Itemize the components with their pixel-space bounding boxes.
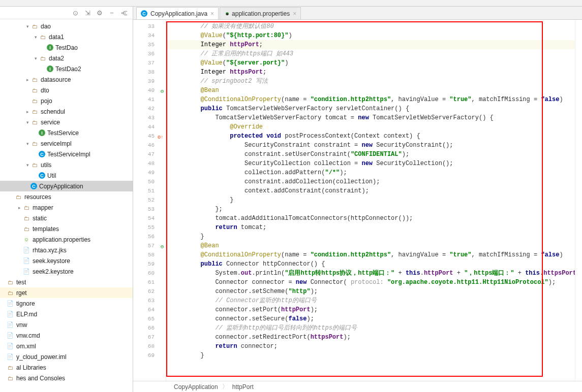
code-line[interactable]: TomcatServletWebServerFactory tomcat = n… xyxy=(166,113,575,122)
editor-tab[interactable]: CCopyApplication.java× xyxy=(136,7,219,19)
line-number[interactable]: 58 xyxy=(133,250,166,259)
code-line[interactable]: SecurityConstraint constraint = new Secu… xyxy=(166,141,575,150)
line-number[interactable]: 63 xyxy=(133,296,166,305)
breadcrumb-item[interactable]: CopyApplication xyxy=(174,383,218,390)
code-line[interactable]: connector.setSecure(false); xyxy=(166,314,575,323)
line-number[interactable]: 60 xyxy=(133,269,166,278)
code-line[interactable]: System.out.println("启用http转https协议，http端… xyxy=(166,269,575,278)
line-number[interactable]: 51 xyxy=(133,186,166,195)
line-number[interactable]: 47 xyxy=(133,150,166,159)
gear-icon[interactable]: ⚙ xyxy=(96,9,103,16)
line-number[interactable]: 57⊖ xyxy=(133,241,166,250)
chevron-icon[interactable]: ▸ xyxy=(24,109,30,114)
code-line[interactable]: tomcat.addAdditionalTomcatConnectors(htt… xyxy=(166,214,575,223)
code-line[interactable]: constraint.setUserConstraint("CONFIDENTI… xyxy=(166,150,575,159)
line-number[interactable]: 43 xyxy=(133,113,166,122)
tree-item[interactable]: ▾🗀data1 xyxy=(0,31,133,42)
code-line[interactable]: @Override xyxy=(166,122,575,132)
code-line[interactable]: } xyxy=(166,232,575,241)
line-number[interactable]: 40⊖ xyxy=(133,86,166,95)
tree-item[interactable]: ▾🗀data2 xyxy=(0,53,133,63)
code-line[interactable]: return connector; xyxy=(166,342,575,351)
line-number[interactable]: 68 xyxy=(133,342,166,351)
tree-item[interactable]: CUtil xyxy=(0,170,133,181)
tree-item[interactable]: CCopyApplication xyxy=(0,181,133,191)
code-line[interactable]: collection.addPattern("/*"); xyxy=(166,168,575,177)
tree-item[interactable]: CTestServiceImpl xyxy=(0,149,133,159)
line-number[interactable]: 52 xyxy=(133,195,166,205)
line-number[interactable]: 45o↑ xyxy=(133,132,166,141)
tree-item[interactable]: ⛭application.properties xyxy=(0,234,133,245)
line-number[interactable]: 64 xyxy=(133,305,166,314)
code-line[interactable]: @Value("${http.port:80}") xyxy=(166,31,575,40)
code-line[interactable]: protected void postProcessContext(Contex… xyxy=(166,132,575,141)
right-gutter[interactable] xyxy=(575,20,582,381)
tree-item[interactable]: ITestDao xyxy=(0,42,133,53)
line-number[interactable]: 42 xyxy=(133,104,166,113)
code-line[interactable]: public Connector httpConnector() { xyxy=(166,259,575,269)
code-line[interactable]: connector.setRedirectPort(httpsPort); xyxy=(166,333,575,342)
chevron-icon[interactable]: ▾ xyxy=(24,141,30,146)
editor-tab[interactable]: ●application.properties× xyxy=(220,7,301,19)
line-number[interactable]: 62 xyxy=(133,287,166,296)
code-line[interactable]: Integer httpsPort; xyxy=(166,68,575,77)
code-line[interactable]: @Value("${server.port}") xyxy=(166,58,575,68)
expand-icon[interactable]: ⇲ xyxy=(84,9,91,16)
chevron-icon[interactable]: ▾ xyxy=(33,56,39,61)
tree-item[interactable]: 📄seek2.keystore xyxy=(0,266,133,277)
breadcrumb[interactable]: CopyApplication 〉 httpPort xyxy=(133,381,582,392)
line-number[interactable]: 49 xyxy=(133,168,166,177)
line-number[interactable]: 36 xyxy=(133,49,166,58)
code-line[interactable]: @ConditionalOnProperty(name = "condition… xyxy=(166,250,575,259)
tree-item[interactable]: ITestService xyxy=(0,127,133,138)
tree-item[interactable]: 📄om.xml xyxy=(0,341,133,351)
chevron-icon[interactable]: ▸ xyxy=(24,77,30,82)
line-number[interactable]: 35 xyxy=(133,40,166,49)
line-number[interactable]: 69 xyxy=(133,351,166,360)
line-number[interactable]: 66 xyxy=(133,323,166,333)
tree-item[interactable]: 🗀templates xyxy=(0,223,133,234)
code-line[interactable]: connector.setScheme("http"); xyxy=(166,287,575,296)
chevron-icon[interactable]: ▾ xyxy=(33,35,39,40)
tree-item[interactable]: ▸🗀datasource xyxy=(0,74,133,85)
tree-item[interactable]: 🗀test xyxy=(0,277,133,287)
line-number[interactable]: 67 xyxy=(133,333,166,342)
code-line[interactable]: public TomcatServletWebServerFactory ser… xyxy=(166,104,575,113)
code-line[interactable]: SecurityCollection collection = new Secu… xyxy=(166,159,575,168)
code-line[interactable]: } xyxy=(166,195,575,205)
line-gutter[interactable]: 3334353637383940⊖4142434445o↑46474849505… xyxy=(133,20,166,381)
line-number[interactable]: 33 xyxy=(133,22,166,31)
tree-item[interactable]: 📄ELP.md xyxy=(0,309,133,319)
line-number[interactable]: 59 xyxy=(133,259,166,269)
code-line[interactable]: connector.setPort(httpPort); xyxy=(166,305,575,314)
line-number[interactable]: 46 xyxy=(133,141,166,150)
chevron-icon[interactable]: ▾ xyxy=(24,162,30,168)
line-number[interactable]: 61 xyxy=(133,278,166,287)
tree-item[interactable]: ▾🗀dao xyxy=(0,21,133,31)
code-line[interactable]: }; xyxy=(166,205,575,214)
line-number[interactable]: 55 xyxy=(133,223,166,232)
line-number[interactable]: 56 xyxy=(133,232,166,241)
minimize-icon[interactable]: − xyxy=(108,9,115,16)
tree-item[interactable]: ITestDao2 xyxy=(0,63,133,74)
code-line[interactable]: // 正常启用的https端口 如443 xyxy=(166,49,575,58)
tree-item[interactable]: 🗀dto xyxy=(0,85,133,95)
tree-item[interactable]: 📄vnw xyxy=(0,319,133,330)
close-icon[interactable]: × xyxy=(210,10,214,17)
tree-item[interactable]: 📄vnw.cmd xyxy=(0,330,133,341)
code-area[interactable]: // 如果没有使用默认值80 @Value("${http.port:80}")… xyxy=(166,20,575,381)
line-number[interactable]: 39 xyxy=(133,77,166,86)
code-line[interactable]: context.addConstraint(constraint); xyxy=(166,186,575,195)
tree-item[interactable]: ▾🗀utils xyxy=(0,159,133,170)
chevron-icon[interactable]: ▾ xyxy=(24,24,30,29)
code-line[interactable]: // 监听到http的端口号后转向到的https的端口号 xyxy=(166,323,575,333)
code-line[interactable]: @Bean xyxy=(166,241,575,250)
line-number[interactable]: 53 xyxy=(133,205,166,214)
tree-item[interactable]: 🗀hes and Consoles xyxy=(0,373,133,383)
line-number[interactable]: 48 xyxy=(133,159,166,168)
tree-item[interactable]: 📄rhtao.xyz.jks xyxy=(0,245,133,255)
line-number[interactable]: 54 xyxy=(133,214,166,223)
tree-item[interactable]: ▸🗀mapper xyxy=(0,202,133,213)
project-tree[interactable]: ▾🗀dao▾🗀data1ITestDao▾🗀data2ITestDao2▸🗀da… xyxy=(0,19,133,392)
tree-item[interactable]: 📄tignore xyxy=(0,298,133,309)
